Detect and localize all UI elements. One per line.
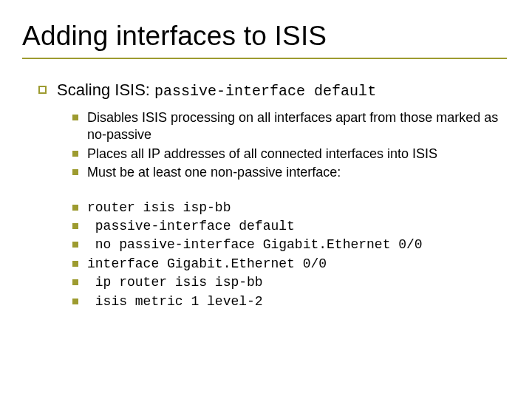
spacer xyxy=(72,183,499,200)
list-item: ip router isis isp-bb xyxy=(72,274,499,291)
filled-square-bullet-icon xyxy=(72,169,78,175)
code-line: router isis isp-bb xyxy=(87,200,231,216)
list-item-text: Must be at least one non-passive interfa… xyxy=(87,164,341,181)
code-line: isis metric 1 level-2 xyxy=(87,293,263,310)
code-line: no passive-interface Gigabit.Ethernet 0/… xyxy=(87,236,423,253)
level1-item: Scaling ISIS: passive-interface default xyxy=(38,80,507,100)
code-line: interface Gigabit.Ethernet 0/0 xyxy=(87,256,327,273)
level1-text: Scaling ISIS: passive-interface default xyxy=(57,80,376,100)
list-item: isis metric 1 level-2 xyxy=(72,293,499,310)
filled-square-bullet-icon xyxy=(72,205,78,211)
filled-square-bullet-icon xyxy=(72,261,78,267)
list-item: router isis isp-bb xyxy=(72,200,499,216)
title-underline xyxy=(22,58,507,59)
filled-square-bullet-icon xyxy=(72,299,78,304)
list-item: no passive-interface Gigabit.Ethernet 0/… xyxy=(72,236,499,253)
filled-square-bullet-icon xyxy=(72,151,78,157)
list-item: Disables ISIS processing on all interfac… xyxy=(72,109,499,144)
filled-square-bullet-icon xyxy=(72,115,78,120)
list-item-text: Disables ISIS processing on all interfac… xyxy=(87,109,499,144)
list-item: passive-interface default xyxy=(72,218,499,235)
code-line: passive-interface default xyxy=(87,218,295,235)
level1-mono: passive-interface default xyxy=(154,83,376,100)
list-item-text: Places all IP addresses of all connected… xyxy=(87,146,437,163)
filled-square-bullet-icon xyxy=(72,223,78,229)
list-item: Places all IP addresses of all connected… xyxy=(72,146,499,163)
filled-square-bullet-icon xyxy=(72,242,78,248)
slide-title: Adding interfaces to ISIS xyxy=(22,21,507,52)
list-item: interface Gigabit.Ethernet 0/0 xyxy=(72,256,499,273)
hollow-square-bullet-icon xyxy=(38,86,47,94)
slide: Adding interfaces to ISIS Scaling ISIS: … xyxy=(0,0,532,399)
level2-list: Disables ISIS processing on all interfac… xyxy=(72,109,499,310)
filled-square-bullet-icon xyxy=(72,279,78,285)
level1-prefix: Scaling ISIS: xyxy=(57,81,154,99)
list-item: Must be at least one non-passive interfa… xyxy=(72,164,499,181)
code-line: ip router isis isp-bb xyxy=(87,274,263,291)
